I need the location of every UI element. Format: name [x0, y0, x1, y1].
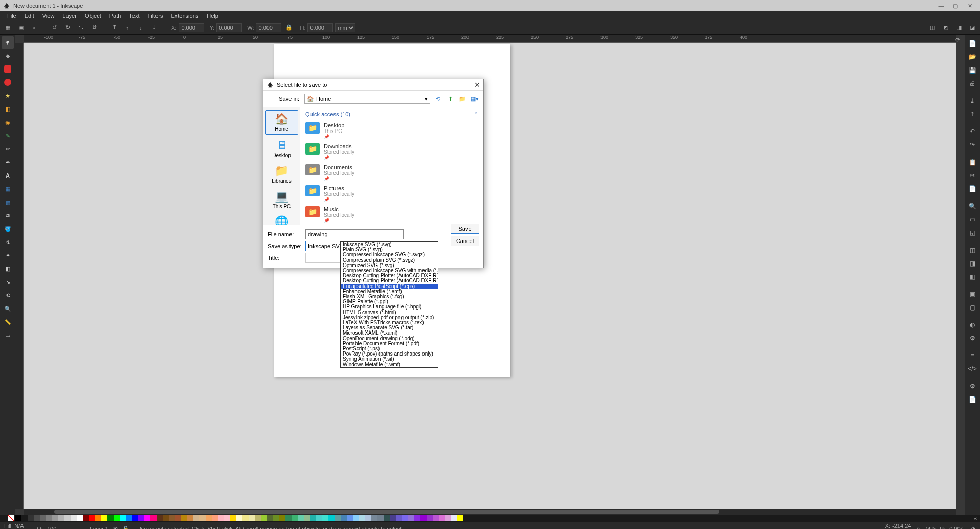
filetype-option[interactable]: HTML 5 canvas (*.html)	[341, 310, 438, 315]
color-swatch[interactable]	[365, 515, 371, 521]
color-swatch[interactable]	[224, 515, 230, 521]
filetype-option[interactable]: Compressed Inkscape SVG with media (*.zi…	[341, 268, 438, 273]
filetype-option[interactable]: PostScript (*.ps)	[341, 346, 438, 351]
lower-bottom-button[interactable]: ⤓	[148, 22, 160, 33]
paintbucket-tool[interactable]	[2, 223, 14, 235]
filetype-option[interactable]: Synfig Animation (*.sif)	[341, 357, 438, 362]
color-swatch[interactable]	[267, 515, 273, 521]
menu-path[interactable]: Path	[105, 13, 125, 19]
canvas-viewport[interactable]	[24, 43, 956, 509]
color-swatch[interactable]	[279, 515, 285, 521]
opacity-value[interactable]: 100	[47, 526, 56, 529]
xml-editor-button[interactable]: </>	[967, 363, 978, 374]
color-swatch[interactable]	[101, 515, 107, 521]
menu-help[interactable]: Help	[203, 13, 222, 19]
redo-button[interactable]: ↷	[967, 139, 978, 150]
savein-select[interactable]: 🏠 Home ▾	[304, 94, 430, 104]
color-swatch[interactable]	[132, 515, 138, 521]
color-swatch[interactable]	[255, 515, 261, 521]
color-swatch[interactable]	[212, 515, 218, 521]
filetype-option[interactable]: Portable Document Format (*.pdf)	[341, 341, 438, 346]
dropper-tool[interactable]	[2, 209, 14, 222]
unlink-clone-button[interactable]: ◧	[967, 271, 978, 282]
saveastype-dropdown[interactable]: Inkscape SVG (*.svg)Plain SVG (*.svg)Com…	[340, 241, 438, 368]
export-button[interactable]: ⤒	[967, 108, 978, 120]
color-swatch[interactable]	[157, 515, 163, 521]
filetype-option[interactable]: Compressed plain SVG (*.svgz)	[341, 258, 438, 263]
node-tool[interactable]: ◆	[2, 50, 14, 62]
lower-button[interactable]: ↓	[135, 22, 146, 33]
zoom-tool[interactable]	[2, 302, 14, 315]
no-color-swatch[interactable]	[8, 515, 14, 521]
bezier-tool[interactable]	[2, 129, 14, 142]
color-swatch[interactable]	[298, 515, 304, 521]
tweak-tool[interactable]	[2, 236, 14, 248]
filetype-option[interactable]: Microsoft XAML (*.xaml)	[341, 330, 438, 336]
zoom-fit-button[interactable]: 🔍	[967, 201, 978, 212]
color-swatch[interactable]	[273, 515, 279, 521]
pages-tool[interactable]	[2, 329, 14, 341]
color-swatch[interactable]	[95, 515, 101, 521]
horizontal-scrollbar[interactable]	[24, 509, 956, 515]
lpe-tool[interactable]	[2, 289, 14, 301]
color-swatch[interactable]	[83, 515, 89, 521]
color-manage-icon[interactable]: ◑	[971, 526, 976, 530]
align-button[interactable]: ≡	[967, 350, 978, 361]
filetype-option[interactable]: Optimized SVG (*.svg)	[341, 263, 438, 268]
place-this-pc[interactable]: 💻This PC	[265, 188, 298, 211]
color-swatch[interactable]	[15, 515, 21, 521]
select-all-layers-button[interactable]: ▦	[2, 22, 13, 33]
color-swatch[interactable]	[46, 515, 52, 521]
color-swatch[interactable]	[420, 515, 427, 521]
color-swatch[interactable]	[304, 515, 310, 521]
dialog-titlebar[interactable]: Select file to save to ✕	[263, 79, 483, 91]
horizontal-ruler[interactable]: -100-75-50-25025507510012515017520022525…	[24, 35, 956, 43]
filetype-option[interactable]: Flash XML Graphics (*.fxg)	[341, 294, 438, 299]
w-input[interactable]	[256, 23, 281, 32]
color-swatch[interactable]	[261, 515, 267, 521]
color-swatch[interactable]	[218, 515, 224, 521]
menu-layer[interactable]: Layer	[58, 13, 81, 19]
color-swatch[interactable]	[58, 515, 64, 521]
filetype-option[interactable]: Inkscape SVG (*.svg)	[341, 242, 438, 247]
color-swatch[interactable]	[175, 515, 181, 521]
color-swatch[interactable]	[384, 515, 390, 521]
color-swatch[interactable]	[414, 515, 420, 521]
place-network[interactable]: 🌐Network	[265, 213, 298, 225]
color-swatch[interactable]	[408, 515, 414, 521]
color-swatch[interactable]	[138, 515, 144, 521]
raise-top-button[interactable]: ⤒	[108, 22, 120, 33]
filetype-option[interactable]: GIMP Palette (*.gpl)	[341, 299, 438, 304]
color-swatch[interactable]	[451, 515, 457, 521]
close-window-button[interactable]: ✕	[963, 1, 977, 10]
new-document-button[interactable]: 📄	[967, 38, 978, 49]
color-swatch[interactable]	[335, 515, 341, 521]
color-swatch[interactable]	[328, 515, 335, 521]
paste-button[interactable]: 📄	[967, 183, 978, 194]
gradient-tool[interactable]	[2, 183, 14, 195]
scale-corners-button[interactable]: ◩	[940, 22, 951, 33]
color-swatch[interactable]	[316, 515, 322, 521]
place-home[interactable]: 🏠Home	[265, 110, 298, 135]
quick-access-item[interactable]: 📁PicturesStored locally📌	[302, 183, 481, 204]
zoom-value[interactable]: 74%	[924, 526, 936, 529]
3dbox-tool[interactable]	[2, 103, 14, 115]
mesh-tool[interactable]	[2, 196, 14, 208]
preferences-button[interactable]: ⚙	[967, 381, 978, 392]
vertical-ruler[interactable]	[15, 43, 24, 509]
color-swatch[interactable]	[322, 515, 328, 521]
color-swatch[interactable]	[427, 515, 433, 521]
spray-tool[interactable]	[2, 249, 14, 261]
menu-file[interactable]: File	[3, 13, 20, 19]
color-swatch[interactable]	[433, 515, 439, 521]
move-patterns-button[interactable]: ◪	[967, 22, 978, 33]
filename-input[interactable]	[305, 229, 404, 239]
color-swatch[interactable]	[169, 515, 175, 521]
undo-button[interactable]: ↶	[967, 126, 978, 137]
h-input[interactable]	[307, 23, 333, 32]
pencil-tool[interactable]	[2, 143, 14, 155]
copy-button[interactable]: 📋	[967, 157, 978, 168]
open-button[interactable]: 📂	[967, 51, 978, 62]
move-gradients-button[interactable]: ◨	[953, 22, 965, 33]
text-tool[interactable]	[2, 169, 14, 182]
